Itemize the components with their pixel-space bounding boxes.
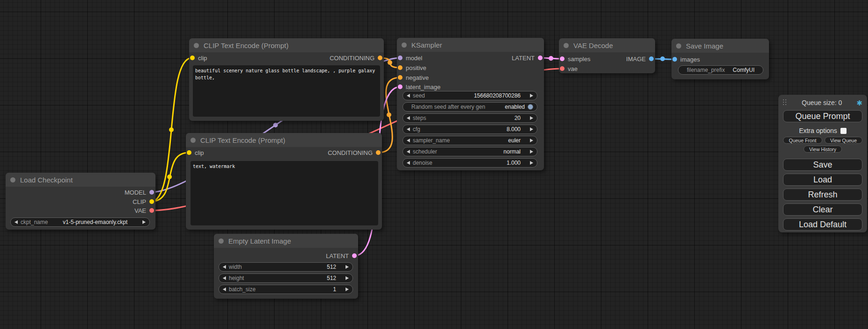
node-title-bar[interactable]: CLIP Text Encode (Prompt) xyxy=(186,133,382,147)
model-port-icon[interactable] xyxy=(398,56,402,60)
output-conditioning[interactable]: CONDITIONING xyxy=(330,55,382,61)
decrement-arrow-icon[interactable] xyxy=(223,287,226,291)
node-clip-text-encode-positive[interactable]: CLIP Text Encode (Prompt) clip CONDITION… xyxy=(189,38,384,121)
queue-panel[interactable]: Queue size: 0 ✱ Queue Prompt Extra optio… xyxy=(778,95,867,232)
increment-arrow-icon[interactable] xyxy=(346,287,349,291)
increment-arrow-icon[interactable] xyxy=(530,127,533,131)
increment-arrow-icon[interactable] xyxy=(530,139,533,142)
queue-prompt-button[interactable]: Queue Prompt xyxy=(783,110,862,122)
output-latent[interactable]: LATENT xyxy=(326,252,357,259)
node-title-bar[interactable]: Save Image xyxy=(671,39,769,53)
save-button[interactable]: Save xyxy=(783,159,862,171)
decrement-arrow-icon[interactable] xyxy=(14,220,18,224)
latent-port-icon[interactable] xyxy=(538,56,543,60)
collapse-dot-icon[interactable] xyxy=(564,43,569,48)
collapse-dot-icon[interactable] xyxy=(219,238,224,244)
increment-arrow-icon[interactable] xyxy=(530,94,533,98)
image-port-icon[interactable] xyxy=(649,56,654,61)
collapse-dot-icon[interactable] xyxy=(402,42,407,48)
collapse-dot-icon[interactable] xyxy=(10,177,15,182)
increment-arrow-icon[interactable] xyxy=(530,116,533,120)
height-widget[interactable]: height 512 xyxy=(219,273,353,283)
node-clip-text-encode-negative[interactable]: CLIP Text Encode (Prompt) clip CONDITION… xyxy=(186,133,382,230)
collapse-dot-icon[interactable] xyxy=(194,43,199,48)
input-vae[interactable]: vae xyxy=(560,65,578,72)
decrement-arrow-icon[interactable] xyxy=(407,127,410,131)
decrement-arrow-icon[interactable] xyxy=(407,161,410,165)
negative-prompt-textarea[interactable]: text, watermark xyxy=(191,161,378,225)
random-seed-toggle-widget[interactable]: Random seed after every gen enabled xyxy=(402,102,537,112)
settings-gear-icon[interactable]: ✱ xyxy=(856,99,862,106)
positive-prompt-textarea[interactable]: beautiful scenery nature glass bottle la… xyxy=(193,65,380,117)
output-vae[interactable]: VAE xyxy=(134,207,154,214)
node-empty-latent-image[interactable]: Empty Latent Image LATENT width 512 heig… xyxy=(214,234,358,299)
steps-widget[interactable]: steps 20 xyxy=(402,113,537,123)
batch-size-widget[interactable]: batch_size 1 xyxy=(219,285,353,294)
load-button[interactable]: Load xyxy=(783,174,862,186)
input-samples[interactable]: samples xyxy=(560,56,590,62)
toggle-icon[interactable] xyxy=(528,104,533,110)
clip-port-icon[interactable] xyxy=(187,150,191,155)
conditioning-port-icon[interactable] xyxy=(398,65,402,70)
denoise-widget[interactable]: denoise 1.000 xyxy=(402,158,537,168)
queue-front-button[interactable]: Queue Front xyxy=(783,137,822,144)
comfyui-canvas[interactable]: { "app": "ComfyUI node graph", "nodes": … xyxy=(0,0,868,329)
conditioning-port-icon[interactable] xyxy=(376,150,381,155)
increment-arrow-icon[interactable] xyxy=(346,265,349,269)
input-clip[interactable]: clip xyxy=(190,55,207,61)
refresh-button[interactable]: Refresh xyxy=(783,189,862,201)
sampler-name-widget[interactable]: sampler_name euler xyxy=(402,136,537,145)
node-vae-decode[interactable]: VAE Decode samples vae IMAGE xyxy=(559,38,655,73)
input-images[interactable]: images xyxy=(672,56,700,63)
node-title-bar[interactable]: VAE Decode xyxy=(559,38,655,52)
image-port-icon[interactable] xyxy=(672,57,677,62)
scheduler-widget[interactable]: scheduler normal xyxy=(402,147,537,156)
input-positive[interactable]: positive xyxy=(398,64,426,71)
width-widget[interactable]: width 512 xyxy=(219,262,353,272)
output-clip[interactable]: CLIP xyxy=(133,198,154,205)
increment-arrow-icon[interactable] xyxy=(142,220,146,224)
output-model[interactable]: MODEL xyxy=(125,189,154,196)
vae-port-icon[interactable] xyxy=(560,66,565,71)
ckpt-name-widget[interactable]: ckpt_name v1-5-pruned-emaonly.ckpt xyxy=(10,217,150,227)
input-clip[interactable]: clip xyxy=(187,149,204,156)
filename-prefix-widget[interactable]: filename_prefix ComfyUI xyxy=(678,65,763,75)
decrement-arrow-icon[interactable] xyxy=(223,265,226,269)
seed-widget[interactable]: seed 156680208700286 xyxy=(402,91,537,100)
clear-button[interactable]: Clear xyxy=(783,203,862,216)
latent-port-icon[interactable] xyxy=(560,56,565,61)
node-title-bar[interactable]: Load Checkpoint xyxy=(6,173,155,187)
clip-port-icon[interactable] xyxy=(190,56,195,60)
node-load-checkpoint[interactable]: Load Checkpoint MODEL CLIP VAE ckpt_name… xyxy=(6,173,155,230)
node-save-image[interactable]: Save Image images filename_prefix ComfyU… xyxy=(671,39,769,79)
cfg-widget[interactable]: cfg 8.000 xyxy=(402,125,537,134)
input-latent-image[interactable]: latent_image xyxy=(398,84,440,90)
decrement-arrow-icon[interactable] xyxy=(223,276,226,280)
collapse-dot-icon[interactable] xyxy=(676,43,681,49)
model-port-icon[interactable] xyxy=(149,190,154,195)
input-negative[interactable]: negative xyxy=(398,74,429,81)
clip-port-icon[interactable] xyxy=(149,199,154,204)
increment-arrow-icon[interactable] xyxy=(346,276,349,280)
conditioning-port-icon[interactable] xyxy=(398,75,402,80)
conditioning-port-icon[interactable] xyxy=(378,56,382,60)
collapse-dot-icon[interactable] xyxy=(191,138,196,143)
output-latent[interactable]: LATENT xyxy=(512,55,543,61)
node-ksampler[interactable]: KSampler model positive negative latent_… xyxy=(397,38,544,170)
output-image[interactable]: IMAGE xyxy=(626,56,654,62)
load-default-button[interactable]: Load Default xyxy=(783,218,862,231)
increment-arrow-icon[interactable] xyxy=(530,161,533,165)
latent-port-icon[interactable] xyxy=(398,84,402,89)
decrement-arrow-icon[interactable] xyxy=(407,150,410,154)
drag-handle-icon[interactable] xyxy=(783,99,787,106)
latent-port-icon[interactable] xyxy=(352,253,357,258)
decrement-arrow-icon[interactable] xyxy=(407,94,410,98)
vae-port-icon[interactable] xyxy=(149,208,154,213)
decrement-arrow-icon[interactable] xyxy=(407,116,410,120)
output-conditioning[interactable]: CONDITIONING xyxy=(328,149,381,156)
node-title-bar[interactable]: CLIP Text Encode (Prompt) xyxy=(189,38,384,52)
decrement-arrow-icon[interactable] xyxy=(407,139,410,142)
node-title-bar[interactable]: Empty Latent Image xyxy=(214,234,358,248)
node-title-bar[interactable]: KSampler xyxy=(397,38,544,52)
input-model[interactable]: model xyxy=(398,55,422,61)
